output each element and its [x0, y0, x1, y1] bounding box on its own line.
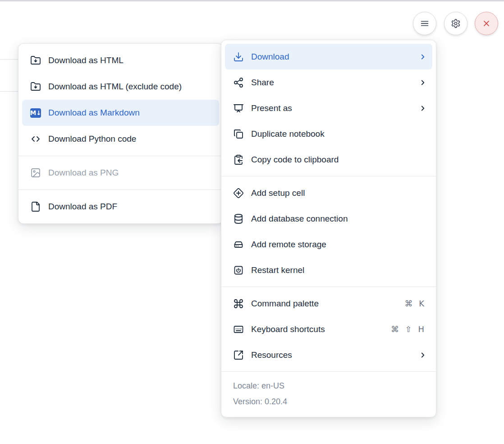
folder-download-icon [30, 81, 41, 92]
chevron-right-icon [419, 53, 427, 61]
submenu-item-download-python-code[interactable]: Download Python code [22, 126, 219, 152]
menu-separator [221, 176, 436, 176]
menu-item-share[interactable]: Share [225, 69, 432, 95]
file-icon [30, 201, 41, 212]
share-icon [233, 77, 244, 88]
chevron-right-icon [419, 104, 427, 112]
folder-download-icon [30, 55, 41, 66]
menu-item-label: Restart kernel [251, 265, 427, 275]
shortcut-hint: ⌘ ⇧ H [391, 324, 427, 334]
top-divider [0, 0, 504, 1]
settings-button[interactable] [444, 12, 467, 35]
presentation-icon [233, 103, 244, 114]
menu-item-label: Keyboard shortcuts [251, 324, 384, 334]
menu-item-copy-code[interactable]: Copy code to clipboard [225, 147, 432, 172]
menu-item-present-as[interactable]: Present as [225, 95, 432, 121]
close-button[interactable] [475, 12, 498, 35]
menu-item-label: Download [251, 52, 412, 62]
menu-item-download[interactable]: Download [225, 44, 432, 69]
background-table-line [0, 59, 18, 60]
chevron-right-icon [419, 79, 427, 87]
menu-item-resources[interactable]: Resources [225, 342, 432, 368]
menu-item-label: Copy code to clipboard [251, 155, 427, 165]
menu-item-command-palette[interactable]: Command palette ⌘ K [225, 291, 432, 316]
copy-icon [233, 129, 244, 139]
menu-item-duplicate-notebook[interactable]: Duplicate notebook [225, 121, 432, 147]
menu-item-label: Download as PNG [48, 168, 214, 178]
menu-footer: Locale: en-US Version: 0.20.4 [221, 375, 436, 413]
submenu-item-download-markdown[interactable]: M↓ Download as Markdown [22, 100, 219, 126]
menu-item-label: Resources [251, 350, 412, 360]
menu-item-label: Add database connection [251, 214, 427, 224]
code-icon [30, 134, 41, 144]
menu-item-label: Add remote storage [251, 240, 427, 250]
menu-item-restart-kernel[interactable]: Restart kernel [225, 257, 432, 283]
markdown-icon: M↓ [30, 107, 41, 118]
menu-item-label: Duplicate notebook [251, 129, 427, 139]
download-submenu: Download as HTML Download as HTML (exclu… [18, 43, 223, 224]
image-icon [30, 167, 41, 178]
background-table-line [0, 91, 18, 92]
hard-drive-icon [233, 239, 244, 250]
submenu-item-download-html[interactable]: Download as HTML [22, 47, 219, 74]
external-link-icon [233, 350, 244, 361]
menu-separator [18, 156, 223, 156]
menu-item-add-setup-cell[interactable]: Add setup cell [225, 180, 432, 206]
clipboard-copy-icon [233, 154, 244, 165]
close-icon [481, 18, 491, 28]
menu-separator [18, 190, 223, 190]
menu-item-add-database-connection[interactable]: Add database connection [225, 206, 432, 231]
command-icon [233, 298, 244, 309]
menu-item-label: Download as HTML [48, 56, 214, 65]
menu-item-label: Share [251, 78, 412, 88]
square-power-icon [233, 265, 244, 276]
menu-item-label: Download as Markdown [48, 108, 214, 118]
menu-item-label: Download as HTML (exclude code) [48, 82, 214, 92]
locale-text: Locale: en-US [233, 378, 424, 394]
database-icon [233, 213, 244, 224]
submenu-item-download-html-exclude-code[interactable]: Download as HTML (exclude code) [22, 74, 219, 100]
submenu-item-download-png[interactable]: Download as PNG [22, 160, 219, 186]
hamburger-icon [420, 18, 430, 28]
keyboard-icon [233, 324, 244, 335]
chevron-right-icon [419, 351, 427, 359]
gear-icon [451, 18, 461, 28]
version-text: Version: 0.20.4 [233, 394, 424, 410]
menu-item-label: Add setup cell [251, 188, 427, 198]
menu-item-add-remote-storage[interactable]: Add remote storage [225, 231, 432, 257]
menu-item-label: Present as [251, 103, 412, 113]
diamond-plus-icon [233, 188, 244, 199]
submenu-item-download-pdf[interactable]: Download as PDF [22, 194, 219, 220]
notebook-actions-menu: Download Share Present as Duplicate note… [221, 40, 436, 417]
shortcut-hint: ⌘ K [404, 299, 427, 308]
download-icon [233, 51, 244, 62]
hamburger-menu-button[interactable] [413, 12, 436, 35]
menu-item-label: Command palette [251, 299, 397, 309]
menu-item-label: Download Python code [48, 134, 214, 144]
menu-separator [221, 287, 436, 287]
menu-item-label: Download as PDF [48, 202, 214, 212]
menu-item-keyboard-shortcuts[interactable]: Keyboard shortcuts ⌘ ⇧ H [225, 316, 432, 342]
menu-separator [221, 371, 436, 372]
